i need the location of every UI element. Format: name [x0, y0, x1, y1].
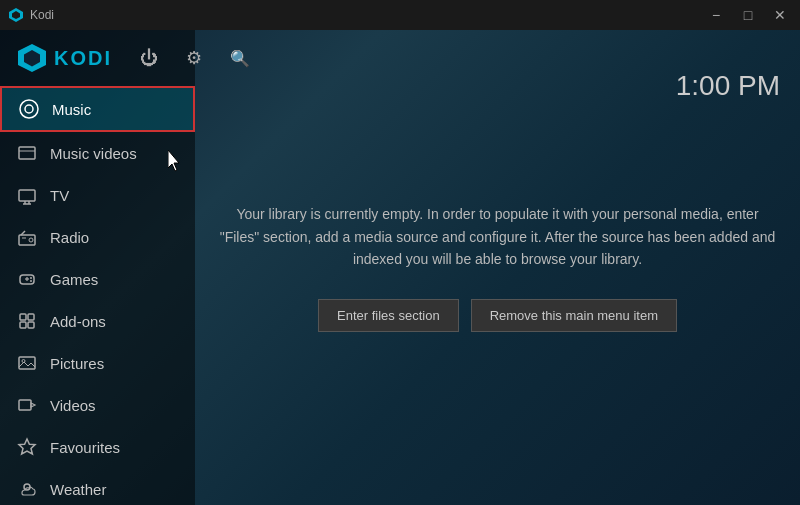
svg-rect-6	[19, 147, 35, 159]
svg-rect-23	[20, 322, 26, 328]
music-videos-label: Music videos	[50, 145, 137, 162]
tv-icon	[16, 184, 38, 206]
sidebar-item-games[interactable]: Games	[0, 258, 195, 300]
sidebar-item-radio[interactable]: Radio	[0, 216, 195, 258]
sidebar-item-favourites[interactable]: Favourites	[0, 426, 195, 468]
sidebar-item-addons[interactable]: Add-ons	[0, 300, 195, 342]
titlebar-title: Kodi	[30, 8, 54, 22]
svg-marker-28	[31, 403, 35, 407]
favourites-label: Favourites	[50, 439, 120, 456]
sidebar-item-pictures[interactable]: Pictures	[0, 342, 195, 384]
kodi-logo: KODI	[16, 42, 112, 74]
titlebar-controls: − □ ✕	[704, 5, 792, 25]
clock-display: 1:00 PM	[676, 70, 780, 102]
addons-icon	[16, 310, 38, 332]
action-buttons: Enter files section Remove this main men…	[318, 299, 677, 332]
svg-point-5	[25, 105, 33, 113]
sidebar: KODI ⏻ ⚙ 🔍 Music Music videos	[0, 30, 195, 505]
svg-marker-29	[19, 439, 35, 454]
sidebar-item-music[interactable]: Music	[0, 86, 195, 132]
weather-label: Weather	[50, 481, 106, 498]
sidebar-item-videos[interactable]: Videos	[0, 384, 195, 426]
svg-rect-22	[28, 314, 34, 320]
minimize-button[interactable]: −	[704, 5, 728, 25]
power-icon: ⏻	[140, 48, 158, 69]
enter-files-button[interactable]: Enter files section	[318, 299, 459, 332]
sidebar-item-tv[interactable]: TV	[0, 174, 195, 216]
tv-label: TV	[50, 187, 69, 204]
svg-rect-8	[19, 190, 35, 201]
svg-point-13	[29, 238, 33, 242]
videos-icon	[16, 394, 38, 416]
svg-point-20	[30, 280, 32, 282]
top-icons-row: KODI ⏻ ⚙ 🔍	[0, 30, 195, 86]
kodi-logo-icon	[16, 42, 48, 74]
music-icon	[18, 98, 40, 120]
svg-point-4	[20, 100, 38, 118]
svg-rect-24	[28, 322, 34, 328]
kodi-logo-text: KODI	[54, 47, 112, 70]
radio-label: Radio	[50, 229, 89, 246]
empty-library-message: Your library is currently empty. In orde…	[218, 203, 778, 270]
svg-rect-27	[19, 400, 31, 410]
titlebar-left: Kodi	[8, 7, 54, 23]
remove-menu-item-button[interactable]: Remove this main menu item	[471, 299, 677, 332]
addons-label: Add-ons	[50, 313, 106, 330]
games-label: Games	[50, 271, 98, 288]
games-icon	[16, 268, 38, 290]
titlebar: Kodi − □ ✕	[0, 0, 800, 30]
maximize-button[interactable]: □	[736, 5, 760, 25]
close-button[interactable]: ✕	[768, 5, 792, 25]
sidebar-item-music-videos[interactable]: Music videos	[0, 132, 195, 174]
videos-label: Videos	[50, 397, 96, 414]
power-button[interactable]: ⏻	[140, 44, 158, 72]
kodi-small-icon	[8, 7, 24, 23]
music-videos-icon	[16, 142, 38, 164]
main-layout: 1:00 PM KODI ⏻ ⚙ 🔍	[0, 30, 800, 505]
weather-icon	[16, 478, 38, 500]
favourites-icon	[16, 436, 38, 458]
pictures-icon	[16, 352, 38, 374]
music-label: Music	[52, 101, 91, 118]
pictures-label: Pictures	[50, 355, 104, 372]
sidebar-item-weather[interactable]: Weather	[0, 468, 195, 505]
svg-point-19	[30, 277, 32, 279]
svg-rect-21	[20, 314, 26, 320]
svg-rect-25	[19, 357, 35, 369]
radio-icon	[16, 226, 38, 248]
